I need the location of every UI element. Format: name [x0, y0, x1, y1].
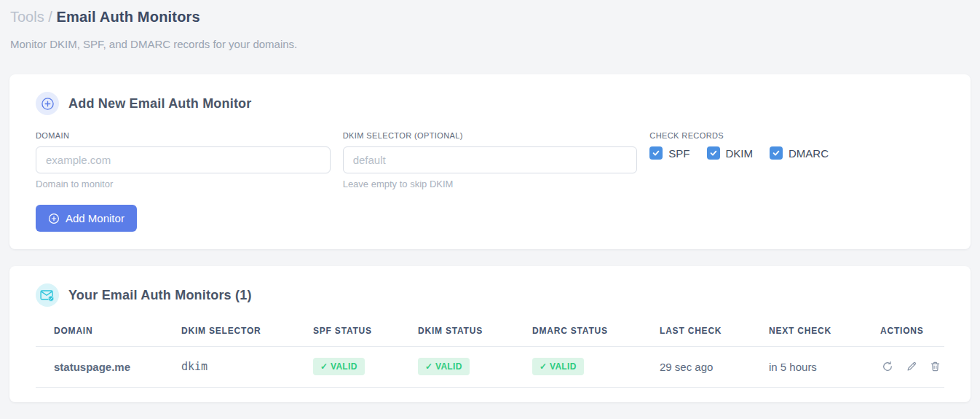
domain-label: DOMAIN: [36, 131, 331, 140]
dkim-selector-input[interactable]: [343, 146, 638, 173]
check-records-group: CHECK RECORDS SPF DKIM: [649, 131, 944, 189]
breadcrumb-section[interactable]: Tools: [10, 9, 44, 25]
dmarc-status-badge: ✓ VALID: [532, 358, 584, 375]
monitor-dkim-selector: dkim: [163, 347, 295, 388]
pencil-icon: [906, 361, 917, 372]
dkim-selector-helper: Leave empty to skip DKIM: [343, 179, 638, 189]
refresh-button[interactable]: [880, 359, 895, 374]
checkbox-checked-icon[interactable]: [770, 146, 783, 160]
monitors-card-header: Your Email Auth Monitors (1): [36, 283, 944, 307]
refresh-icon: [882, 361, 893, 372]
checkbox-dmarc-label: DMARC: [789, 147, 829, 160]
checkbox-dmarc[interactable]: DMARC: [770, 146, 829, 160]
page-title: Email Auth Monitors: [56, 9, 200, 25]
add-card-header: Add New Email Auth Monitor: [36, 92, 944, 115]
plus-circle-icon: [36, 92, 59, 115]
monitor-spf-status-cell: ✓ VALID: [295, 347, 400, 388]
edit-button[interactable]: [904, 359, 919, 374]
column-header-domain: DOMAIN: [36, 320, 163, 347]
domain-helper: Domain to monitor: [36, 179, 331, 189]
add-monitor-button[interactable]: Add Monitor: [36, 205, 137, 232]
monitor-dkim-status-cell: ✓ VALID: [400, 347, 514, 388]
column-header-last-check: LAST CHECK: [641, 320, 751, 347]
actions-group: [880, 359, 944, 374]
email-check-icon: [36, 283, 59, 307]
page-subtitle: Monitor DKIM, SPF, and DMARC records for…: [9, 38, 971, 50]
monitor-next-check: in 5 hours: [751, 347, 862, 388]
monitor-actions-cell: [862, 347, 944, 388]
dkim-selector-field-group: DKIM SELECTOR (OPTIONAL) Leave empty to …: [343, 131, 638, 189]
add-card-title: Add New Email Auth Monitor: [68, 96, 252, 111]
monitors-card-title: Your Email Auth Monitors (1): [68, 288, 252, 303]
monitor-last-check: 29 sec ago: [641, 347, 751, 388]
spf-status-badge: ✓ VALID: [313, 358, 365, 375]
column-header-dmarc-status: DMARC STATUS: [514, 320, 641, 347]
monitor-dmarc-status-cell: ✓ VALID: [514, 347, 641, 388]
checkbox-checked-icon[interactable]: [707, 146, 720, 160]
domain-input[interactable]: [36, 146, 331, 173]
monitor-domain: statuspage.me: [36, 347, 163, 388]
column-header-dkim-selector: DKIM SELECTOR: [163, 320, 295, 347]
checkbox-dkim[interactable]: DKIM: [707, 146, 754, 160]
table-header-row: DOMAIN DKIM SELECTOR SPF STATUS DKIM STA…: [36, 320, 944, 347]
add-monitor-form: DOMAIN Domain to monitor DKIM SELECTOR (…: [36, 131, 944, 189]
column-header-next-check: NEXT CHECK: [751, 320, 862, 347]
column-header-dkim-status: DKIM STATUS: [400, 320, 514, 347]
table-row: statuspage.me dkim ✓ VALID ✓ VALID ✓ VAL…: [36, 347, 944, 388]
checkbox-spf[interactable]: SPF: [649, 146, 689, 160]
monitors-card: Your Email Auth Monitors (1) DOMAIN DKIM…: [9, 266, 971, 402]
domain-field-group: DOMAIN Domain to monitor: [36, 131, 331, 189]
checkbox-checked-icon[interactable]: [649, 146, 663, 160]
monitors-table: DOMAIN DKIM SELECTOR SPF STATUS DKIM STA…: [36, 320, 944, 388]
breadcrumb-separator: /: [48, 9, 56, 25]
dkim-status-badge: ✓ VALID: [418, 358, 470, 375]
dkim-selector-label: DKIM SELECTOR (OPTIONAL): [343, 131, 638, 140]
column-header-actions: ACTIONS: [862, 320, 944, 347]
delete-button[interactable]: [928, 359, 942, 374]
checkbox-spf-label: SPF: [668, 147, 689, 160]
plus-circle-icon: [48, 213, 60, 224]
check-records-label: CHECK RECORDS: [649, 131, 944, 140]
check-records-row: SPF DKIM DMARC: [649, 146, 944, 160]
column-header-spf-status: SPF STATUS: [295, 320, 400, 347]
trash-icon: [930, 361, 941, 372]
breadcrumb: Tools / Email Auth Monitors: [9, 9, 971, 26]
add-monitor-card: Add New Email Auth Monitor DOMAIN Domain…: [9, 74, 971, 249]
add-monitor-button-label: Add Monitor: [66, 212, 125, 224]
checkbox-dkim-label: DKIM: [726, 147, 754, 160]
